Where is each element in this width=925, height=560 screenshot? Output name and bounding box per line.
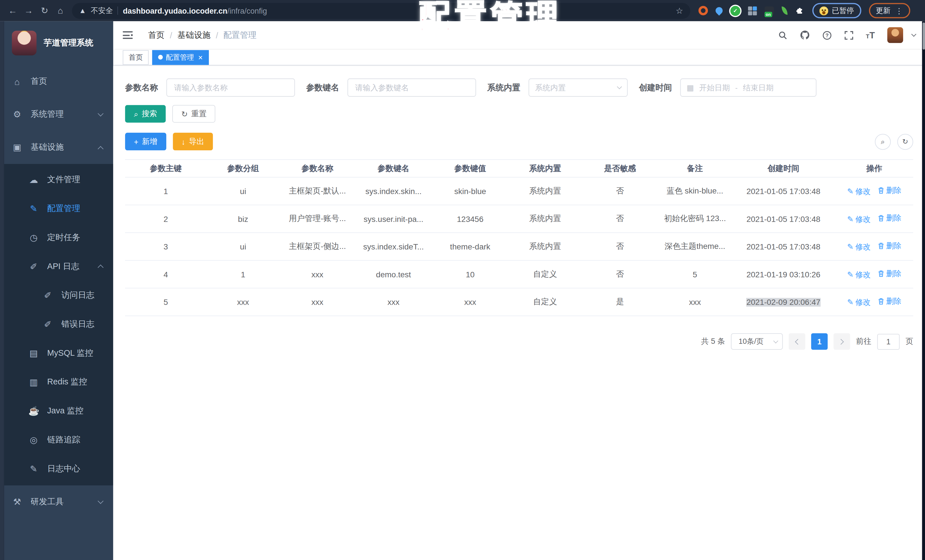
sidebar-item-mysql-monitor[interactable]: ▤ MySQL 监控: [0, 339, 113, 368]
create-button[interactable]: + 新增: [125, 133, 166, 150]
extension-check-icon[interactable]: ✓: [730, 6, 740, 16]
user-avatar[interactable]: [887, 27, 903, 43]
sidebar-item-api-log[interactable]: ✐ API 日志: [0, 252, 113, 281]
breadcrumb-infra[interactable]: 基础设施: [178, 30, 211, 40]
scrollbar-thumb[interactable]: [922, 23, 925, 50]
sidebar-item-access-log[interactable]: ✐ 访问日志: [0, 281, 113, 310]
user-menu-caret-icon[interactable]: [911, 32, 916, 37]
browser-menu-icon[interactable]: ⋮: [895, 7, 903, 15]
row-actions-cell: ✎修改删除: [835, 213, 913, 224]
filter-type-label: 系统内置: [487, 83, 520, 93]
browser-back-icon[interactable]: ←: [5, 0, 21, 21]
address-bar[interactable]: ▲ 不安全 dashboard.yudao.iocoder.cn/infra/c…: [72, 3, 690, 18]
sidebar-toggle-icon[interactable]: [123, 31, 133, 39]
screen: ← → ↻ ⌂ ▲ 不安全 dashboard.yudao.iocoder.cn…: [0, 0, 925, 560]
delete-link[interactable]: 删除: [878, 185, 901, 196]
edit-link[interactable]: ✎修改: [847, 242, 871, 252]
sidebar-logo-area[interactable]: 芋道管理系统: [0, 21, 113, 65]
tab-home[interactable]: 首页: [123, 50, 149, 65]
delete-link[interactable]: 删除: [878, 268, 901, 279]
goto-page-input[interactable]: [877, 334, 900, 349]
next-page-button[interactable]: [833, 333, 850, 350]
page-scrollbar[interactable]: [922, 21, 925, 560]
edit-link[interactable]: ✎修改: [847, 297, 871, 308]
sidebar-item-java-monitor[interactable]: ☕ Java 监控: [0, 396, 113, 425]
sidebar-item-infra[interactable]: ▣ 基础设施: [0, 131, 113, 164]
help-icon[interactable]: ?: [822, 30, 832, 40]
table-cell: 123456: [432, 215, 509, 223]
delete-link[interactable]: 删除: [878, 241, 901, 251]
table-cell: 用户管理-账号...: [280, 213, 355, 224]
font-size-icon[interactable]: TT: [866, 30, 875, 40]
breadcrumb-home[interactable]: 首页: [148, 30, 164, 40]
refresh-table-button[interactable]: ↻: [897, 134, 913, 149]
plus-icon: +: [134, 138, 139, 146]
reset-button[interactable]: ↻ 重置: [172, 105, 215, 123]
browser-update-button[interactable]: 更新 ⋮: [869, 3, 910, 18]
chevron-down-icon: [773, 338, 778, 343]
search-icon[interactable]: [778, 30, 788, 40]
sidebar-item-log-center[interactable]: ✎ 日志中心: [0, 454, 113, 483]
sidebar-item-dev-tools[interactable]: ⚒ 研发工具: [0, 485, 113, 518]
extension-pin-icon[interactable]: [714, 6, 724, 16]
browser-home-icon[interactable]: ⌂: [53, 0, 68, 21]
extension-leaf-icon[interactable]: [782, 6, 788, 15]
create-time-range-picker[interactable]: ▦ 开始日期 - 结束日期: [680, 78, 817, 96]
table-cell: sys.index.skin...: [355, 187, 432, 196]
table-cell: 蓝色 skin-blue...: [658, 186, 731, 196]
pagination: 共 5 条 10条/页 1 前往 页: [125, 333, 913, 350]
edit-link[interactable]: ✎修改: [847, 186, 871, 197]
table-cell: 2: [125, 215, 206, 223]
breadcrumb: 首页 / 基础设施 / 配置管理: [148, 30, 257, 40]
sidebar-item-file-manage[interactable]: ☁ 文件管理: [0, 165, 113, 194]
prev-page-button[interactable]: [789, 333, 805, 350]
table-cell: 5: [125, 298, 206, 306]
export-button[interactable]: ↓ 导出: [172, 133, 213, 150]
table-cell: sys.index.sideT...: [355, 242, 432, 251]
sidebar-item-error-log[interactable]: ✐ 错误日志: [0, 310, 113, 339]
extension-ring-icon[interactable]: [699, 6, 708, 15]
table-cell: 系统内置: [508, 241, 582, 252]
github-icon[interactable]: [800, 30, 810, 40]
sidebar-item-scheduled-task[interactable]: ◷ 定时任务: [0, 223, 113, 252]
bookmark-star-icon[interactable]: ☆: [676, 6, 683, 15]
chevron-up-icon: [98, 146, 104, 152]
table-cell: 4: [125, 270, 206, 279]
chevron-left-icon: [795, 339, 801, 345]
paused-badge[interactable]: 已暂停: [812, 3, 861, 18]
browser-forward-icon[interactable]: →: [21, 0, 37, 21]
navbar-icons: ? TT: [778, 27, 916, 43]
gear-icon: ⚙: [12, 109, 23, 120]
param-name-input[interactable]: [166, 78, 295, 96]
extensions-puzzle-icon[interactable]: [795, 6, 804, 15]
tab-config-manage[interactable]: 配置管理 ×: [152, 50, 209, 65]
edit-pencil-icon: ✎: [847, 298, 854, 307]
svg-text:?: ?: [825, 32, 829, 38]
sidebar-scrollbar[interactable]: [0, 21, 4, 560]
hide-search-button[interactable]: ⌕: [875, 134, 891, 149]
browser-reload-icon[interactable]: ↻: [37, 0, 53, 21]
current-page-button[interactable]: 1: [811, 333, 827, 350]
builtin-type-select[interactable]: 系统内置: [529, 78, 628, 96]
param-key-input[interactable]: [348, 78, 476, 96]
extension-on-icon[interactable]: on: [764, 6, 774, 15]
row-actions-cell: ✎修改删除: [835, 185, 913, 197]
search-button[interactable]: ⌕ 搜索: [125, 105, 166, 123]
close-tab-icon[interactable]: ×: [198, 53, 203, 61]
delete-link[interactable]: 删除: [878, 297, 901, 307]
update-label: 更新: [876, 6, 890, 16]
fullscreen-icon[interactable]: [844, 30, 853, 40]
page-size-select[interactable]: 10条/页: [731, 333, 783, 350]
table-cell: ui: [206, 187, 280, 196]
extension-grid-icon[interactable]: [748, 6, 757, 15]
sidebar-item-trace[interactable]: ◎ 链路追踪: [0, 425, 113, 454]
sidebar-item-home[interactable]: ⌂ 首页: [0, 65, 113, 98]
edit-link[interactable]: ✎修改: [847, 214, 871, 224]
table-cell: 初始化密码 123...: [658, 213, 731, 224]
sidebar-item-redis-monitor[interactable]: ▥ Redis 监控: [0, 367, 113, 396]
sidebar-item-system[interactable]: ⚙ 系统管理: [0, 98, 113, 131]
sidebar-item-config-manage[interactable]: ✎ 配置管理: [0, 194, 113, 223]
delete-link[interactable]: 删除: [878, 213, 901, 224]
edit-link[interactable]: ✎修改: [847, 269, 871, 280]
sidebar: 芋道管理系统 ⌂ 首页 ⚙ 系统管理 ▣ 基础设施 ☁ 文件管理: [0, 21, 113, 560]
